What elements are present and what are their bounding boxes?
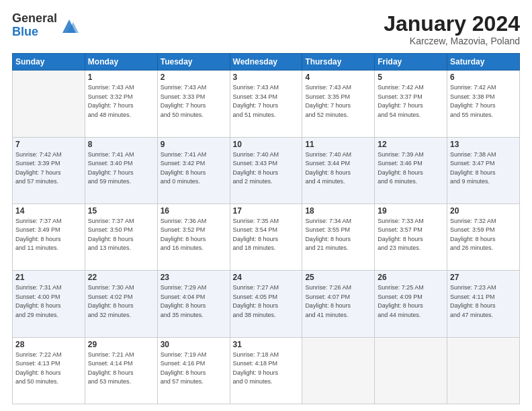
calendar-cell: 9Sunrise: 7:41 AMSunset: 3:42 PMDaylight… (157, 137, 230, 203)
calendar-cell: 21Sunrise: 7:31 AMSunset: 4:00 PMDayligh… (13, 271, 85, 337)
logo-blue: Blue (12, 26, 57, 39)
day-info: Sunrise: 7:36 AMSunset: 3:52 PMDaylight:… (161, 217, 227, 253)
calendar-cell (447, 337, 520, 404)
calendar-cell: 28Sunrise: 7:22 AMSunset: 4:13 PMDayligh… (13, 337, 85, 404)
day-number: 1 (88, 73, 154, 82)
day-number: 26 (378, 273, 444, 282)
day-number: 29 (88, 340, 154, 349)
day-info: Sunrise: 7:29 AMSunset: 4:04 PMDaylight:… (161, 283, 227, 320)
calendar-header-monday: Monday (85, 54, 157, 71)
day-number: 3 (233, 73, 300, 82)
calendar-header-sunday: Sunday (13, 54, 85, 71)
day-info: Sunrise: 7:27 AMSunset: 4:05 PMDaylight:… (233, 283, 300, 320)
calendar-cell: 26Sunrise: 7:25 AMSunset: 4:09 PMDayligh… (375, 271, 447, 337)
day-number: 13 (450, 140, 517, 149)
day-number: 23 (161, 273, 227, 282)
day-info: Sunrise: 7:26 AMSunset: 4:07 PMDaylight:… (305, 283, 371, 320)
day-number: 8 (88, 140, 154, 149)
calendar-cell: 4Sunrise: 7:43 AMSunset: 3:35 PMDaylight… (302, 71, 375, 137)
calendar-cell: 18Sunrise: 7:34 AMSunset: 3:55 PMDayligh… (302, 203, 375, 270)
day-info: Sunrise: 7:30 AMSunset: 4:02 PMDaylight:… (88, 283, 154, 320)
calendar-cell: 10Sunrise: 7:40 AMSunset: 3:43 PMDayligh… (230, 137, 302, 203)
day-number: 17 (233, 206, 300, 216)
day-info: Sunrise: 7:41 AMSunset: 3:40 PMDaylight:… (88, 150, 154, 187)
title-block: January 2024 Karczew, Mazovia, Poland (384, 12, 520, 46)
calendar-cell: 5Sunrise: 7:42 AMSunset: 3:37 PMDaylight… (375, 71, 447, 137)
page: General Blue January 2024 Karczew, Mazov… (0, 0, 532, 411)
calendar-cell: 22Sunrise: 7:30 AMSunset: 4:02 PMDayligh… (85, 271, 157, 337)
calendar-cell: 27Sunrise: 7:23 AMSunset: 4:11 PMDayligh… (447, 271, 520, 337)
calendar-cell: 12Sunrise: 7:39 AMSunset: 3:46 PMDayligh… (375, 137, 447, 203)
day-number: 11 (305, 140, 371, 149)
header: General Blue January 2024 Karczew, Mazov… (12, 12, 520, 46)
day-number: 24 (233, 273, 300, 282)
day-info: Sunrise: 7:34 AMSunset: 3:55 PMDaylight:… (305, 217, 371, 253)
calendar-cell (375, 337, 447, 404)
calendar-cell: 23Sunrise: 7:29 AMSunset: 4:04 PMDayligh… (157, 271, 230, 337)
month-title: January 2024 (384, 12, 520, 36)
day-info: Sunrise: 7:18 AMSunset: 4:18 PMDaylight:… (233, 351, 300, 387)
calendar-cell: 8Sunrise: 7:41 AMSunset: 3:40 PMDaylight… (85, 137, 157, 203)
day-number: 21 (15, 273, 82, 282)
day-number: 7 (15, 140, 82, 149)
calendar-cell: 6Sunrise: 7:42 AMSunset: 3:38 PMDaylight… (447, 71, 520, 137)
calendar-header-wednesday: Wednesday (230, 54, 302, 71)
day-info: Sunrise: 7:32 AMSunset: 3:59 PMDaylight:… (450, 217, 517, 253)
day-info: Sunrise: 7:37 AMSunset: 3:50 PMDaylight:… (88, 217, 154, 253)
day-number: 19 (378, 206, 444, 216)
calendar-table: SundayMondayTuesdayWednesdayThursdayFrid… (12, 53, 520, 404)
day-info: Sunrise: 7:23 AMSunset: 4:11 PMDaylight:… (450, 283, 517, 320)
day-info: Sunrise: 7:43 AMSunset: 3:34 PMDaylight:… (233, 83, 300, 120)
day-number: 20 (450, 206, 517, 216)
day-number: 6 (450, 73, 517, 82)
calendar-header-friday: Friday (375, 54, 447, 71)
calendar-cell: 13Sunrise: 7:38 AMSunset: 3:47 PMDayligh… (447, 137, 520, 203)
day-number: 22 (88, 273, 154, 282)
day-number: 16 (161, 206, 227, 216)
day-number: 10 (233, 140, 300, 149)
calendar-cell: 19Sunrise: 7:33 AMSunset: 3:57 PMDayligh… (375, 203, 447, 270)
day-number: 15 (88, 206, 154, 216)
calendar-cell (302, 337, 375, 404)
calendar-cell (13, 71, 85, 137)
calendar-week-row: 28Sunrise: 7:22 AMSunset: 4:13 PMDayligh… (13, 337, 520, 404)
calendar-cell: 29Sunrise: 7:21 AMSunset: 4:14 PMDayligh… (85, 337, 157, 404)
logo-text: General Blue (12, 12, 57, 39)
day-info: Sunrise: 7:25 AMSunset: 4:09 PMDaylight:… (378, 283, 444, 320)
day-info: Sunrise: 7:43 AMSunset: 3:33 PMDaylight:… (161, 83, 227, 120)
day-info: Sunrise: 7:39 AMSunset: 3:46 PMDaylight:… (378, 150, 444, 187)
calendar-week-row: 21Sunrise: 7:31 AMSunset: 4:00 PMDayligh… (13, 271, 520, 337)
calendar-cell: 7Sunrise: 7:42 AMSunset: 3:39 PMDaylight… (13, 137, 85, 203)
day-info: Sunrise: 7:33 AMSunset: 3:57 PMDaylight:… (378, 217, 444, 253)
logo-general: General (12, 12, 57, 26)
calendar-cell: 31Sunrise: 7:18 AMSunset: 4:18 PMDayligh… (230, 337, 302, 404)
calendar-week-row: 14Sunrise: 7:37 AMSunset: 3:49 PMDayligh… (13, 203, 520, 270)
calendar-cell: 30Sunrise: 7:19 AMSunset: 4:16 PMDayligh… (157, 337, 230, 404)
subtitle: Karczew, Mazovia, Poland (384, 36, 520, 46)
day-info: Sunrise: 7:31 AMSunset: 4:00 PMDaylight:… (15, 283, 82, 320)
logo: General Blue (12, 12, 79, 39)
day-info: Sunrise: 7:40 AMSunset: 3:44 PMDaylight:… (305, 150, 371, 187)
day-info: Sunrise: 7:42 AMSunset: 3:38 PMDaylight:… (450, 83, 517, 120)
day-number: 18 (305, 206, 371, 216)
day-info: Sunrise: 7:41 AMSunset: 3:42 PMDaylight:… (161, 150, 227, 187)
calendar-header-tuesday: Tuesday (157, 54, 230, 71)
calendar-week-row: 7Sunrise: 7:42 AMSunset: 3:39 PMDaylight… (13, 137, 520, 203)
calendar-cell: 1Sunrise: 7:43 AMSunset: 3:32 PMDaylight… (85, 71, 157, 137)
calendar-cell: 20Sunrise: 7:32 AMSunset: 3:59 PMDayligh… (447, 203, 520, 270)
day-number: 28 (15, 340, 82, 349)
calendar-cell: 2Sunrise: 7:43 AMSunset: 3:33 PMDaylight… (157, 71, 230, 137)
calendar-cell: 15Sunrise: 7:37 AMSunset: 3:50 PMDayligh… (85, 203, 157, 270)
day-number: 4 (305, 73, 371, 82)
day-info: Sunrise: 7:40 AMSunset: 3:43 PMDaylight:… (233, 150, 300, 187)
day-number: 12 (378, 140, 444, 149)
day-number: 5 (378, 73, 444, 82)
day-info: Sunrise: 7:19 AMSunset: 4:16 PMDaylight:… (161, 351, 227, 387)
calendar-cell: 11Sunrise: 7:40 AMSunset: 3:44 PMDayligh… (302, 137, 375, 203)
day-info: Sunrise: 7:42 AMSunset: 3:39 PMDaylight:… (15, 150, 82, 187)
day-number: 27 (450, 273, 517, 282)
calendar-cell: 14Sunrise: 7:37 AMSunset: 3:49 PMDayligh… (13, 203, 85, 270)
day-number: 2 (161, 73, 227, 82)
day-info: Sunrise: 7:22 AMSunset: 4:13 PMDaylight:… (15, 351, 82, 387)
day-number: 30 (161, 340, 227, 349)
